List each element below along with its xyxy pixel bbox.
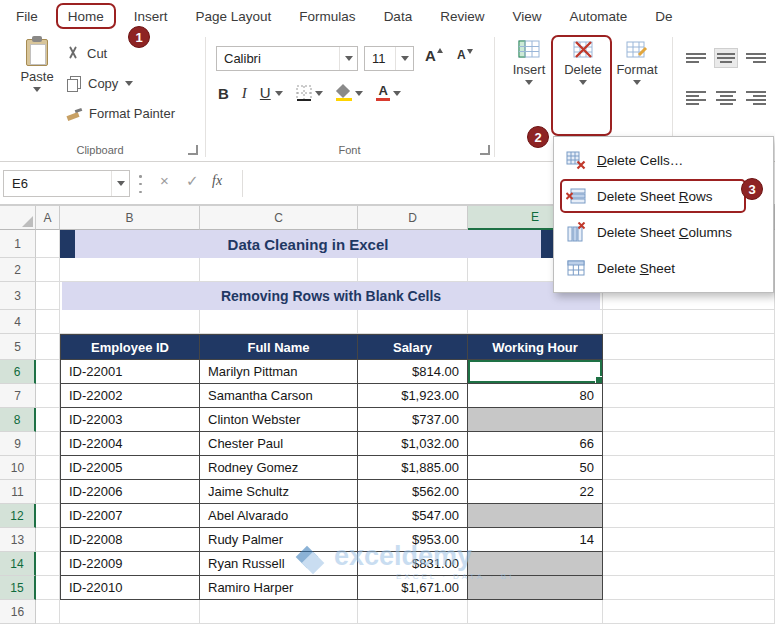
copy-button[interactable]: Copy: [66, 76, 133, 91]
tab-file[interactable]: File: [16, 9, 38, 24]
align-right-icon[interactable]: [744, 88, 768, 108]
cell[interactable]: [36, 576, 60, 600]
row-header[interactable]: 14: [0, 552, 36, 576]
cell[interactable]: [36, 552, 60, 576]
font-color-button[interactable]: A: [376, 85, 401, 101]
cell-full-name[interactable]: Marilyn Pittman: [200, 360, 358, 384]
top-align-icon[interactable]: [684, 48, 708, 68]
cell[interactable]: [36, 408, 60, 432]
tab-page-layout[interactable]: Page Layout: [196, 9, 272, 24]
cell-employee-id[interactable]: ID-22001: [60, 360, 200, 384]
name-box-dropdown[interactable]: [111, 171, 129, 196]
row-header[interactable]: 15: [0, 576, 36, 600]
column-header-c[interactable]: C: [200, 206, 358, 230]
cell-working-hour-blank-selected[interactable]: [468, 504, 603, 528]
align-left-icon[interactable]: [684, 88, 708, 108]
cell-employee-id[interactable]: ID-22010: [60, 576, 200, 600]
cell[interactable]: [36, 432, 60, 456]
cell[interactable]: [468, 600, 603, 624]
cell[interactable]: [36, 334, 60, 360]
cell[interactable]: [36, 384, 60, 408]
cell-employee-id[interactable]: ID-22002: [60, 384, 200, 408]
font-name-combo[interactable]: Calibri: [216, 46, 358, 71]
cell-working-hour[interactable]: 22: [468, 480, 603, 504]
cell-salary[interactable]: $1,032.00: [358, 432, 468, 456]
row-header[interactable]: 9: [0, 432, 36, 456]
cell-working-hour[interactable]: 66: [468, 432, 603, 456]
cell[interactable]: [603, 384, 775, 408]
cell[interactable]: [36, 310, 60, 334]
tab-view[interactable]: View: [512, 9, 541, 24]
tab-data[interactable]: Data: [384, 9, 413, 24]
cancel-icon[interactable]: ×: [160, 172, 169, 189]
format-painter-button[interactable]: Format Painter: [66, 106, 175, 121]
row-header[interactable]: 1: [0, 230, 36, 258]
cell[interactable]: [36, 528, 60, 552]
sheet-subtitle[interactable]: Removing Rows with Blank Cells: [62, 282, 600, 310]
row-header[interactable]: 12: [0, 504, 36, 528]
row-header[interactable]: 13: [0, 528, 36, 552]
cell-working-hour-blank-selected[interactable]: [468, 408, 603, 432]
italic-button[interactable]: I: [242, 85, 247, 102]
active-cell-e6[interactable]: [468, 360, 603, 384]
cell[interactable]: [468, 310, 603, 334]
align-center-icon[interactable]: [714, 88, 738, 108]
select-all-corner[interactable]: [0, 206, 36, 230]
cell[interactable]: [36, 480, 60, 504]
fill-color-button[interactable]: [336, 85, 363, 101]
bottom-align-icon[interactable]: [744, 48, 768, 68]
cell[interactable]: [36, 600, 60, 624]
cell[interactable]: [36, 456, 60, 480]
cell-salary[interactable]: $1,923.00: [358, 384, 468, 408]
title-merged-cell[interactable]: Data Cleaning in Excel: [60, 230, 556, 258]
cell[interactable]: [36, 230, 60, 258]
cell[interactable]: [603, 528, 775, 552]
cell-employee-id[interactable]: ID-22004: [60, 432, 200, 456]
bold-button[interactable]: B: [218, 85, 229, 102]
menu-item-delete-sheet-rows[interactable]: Delete Sheet Rows: [554, 178, 773, 214]
row-header[interactable]: 4: [0, 310, 36, 334]
cell[interactable]: [60, 310, 200, 334]
cell[interactable]: [603, 310, 775, 334]
cell[interactable]: [60, 258, 200, 282]
table-header-working-hour[interactable]: Working Hour: [468, 334, 603, 360]
underline-button[interactable]: U: [260, 84, 283, 102]
cell-working-hour[interactable]: 50: [468, 456, 603, 480]
cell[interactable]: [603, 360, 775, 384]
table-header-full-name[interactable]: Full Name: [200, 334, 358, 360]
name-box[interactable]: E6: [3, 170, 130, 197]
cell-employee-id[interactable]: ID-22006: [60, 480, 200, 504]
cell[interactable]: [603, 432, 775, 456]
cell-salary[interactable]: $814.00: [358, 360, 468, 384]
font-size-dropdown[interactable]: [395, 47, 413, 70]
cell-salary[interactable]: $1,885.00: [358, 456, 468, 480]
cell[interactable]: [358, 310, 468, 334]
cell-employee-id[interactable]: ID-22008: [60, 528, 200, 552]
tab-automate[interactable]: Automate: [569, 9, 627, 24]
row-header[interactable]: 2: [0, 258, 36, 282]
cell-employee-id[interactable]: ID-22005: [60, 456, 200, 480]
cell[interactable]: [358, 258, 468, 282]
cell-employee-id[interactable]: ID-22003: [60, 408, 200, 432]
cell-full-name[interactable]: Samantha Carson: [200, 384, 358, 408]
cell-full-name[interactable]: Jaime Schultz: [200, 480, 358, 504]
cell-full-name[interactable]: Abel Alvarado: [200, 504, 358, 528]
cell[interactable]: [200, 258, 358, 282]
cell-working-hour[interactable]: 80: [468, 384, 603, 408]
row-header[interactable]: 6: [0, 360, 36, 384]
row-header[interactable]: 3: [0, 282, 36, 310]
cell[interactable]: [358, 600, 468, 624]
cell-salary[interactable]: $562.00: [358, 480, 468, 504]
insert-function-icon[interactable]: fx: [212, 173, 222, 189]
cell[interactable]: [36, 282, 60, 310]
cell[interactable]: [200, 310, 358, 334]
clipboard-dialog-launcher-icon[interactable]: [188, 145, 198, 155]
cell[interactable]: [36, 504, 60, 528]
cell-employee-id[interactable]: ID-22009: [60, 552, 200, 576]
row-header[interactable]: 7: [0, 384, 36, 408]
paste-button[interactable]: Paste: [13, 39, 61, 92]
cell-salary[interactable]: $547.00: [358, 504, 468, 528]
cut-button[interactable]: Cut: [66, 46, 107, 61]
font-name-dropdown[interactable]: [339, 47, 357, 70]
cell[interactable]: [60, 600, 200, 624]
